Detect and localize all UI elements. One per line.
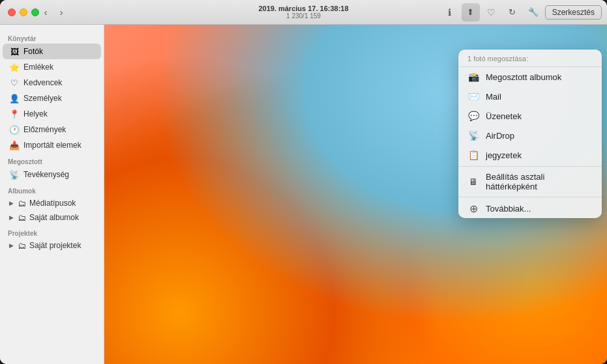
airdrop-icon: 📡 [467, 130, 479, 141]
forward-button[interactable]: › [55, 6, 68, 19]
library-section-label: Könyvtár [0, 30, 104, 44]
popup-label-uzenetek: Üzenetek [486, 111, 522, 121]
elozmenyek-icon: 🕐 [9, 124, 20, 135]
arrow-icon-mediatipusok: ▶ [9, 200, 14, 206]
projects-section-label: Projektek [0, 225, 104, 238]
main-window: ‹ › 2019. március 17. 16:38:18 1 230/1 1… [0, 0, 607, 364]
tevekenyseg-icon: 📡 [9, 169, 20, 180]
mediatipusok-icon: 🗂 [16, 198, 27, 208]
rotate-icon: ↻ [509, 7, 516, 17]
maximize-button[interactable] [31, 8, 39, 16]
sajat-projektek-icon: 🗂 [16, 240, 27, 251]
back-button[interactable]: ‹ [39, 6, 52, 19]
sajat-albumok-icon: 🗂 [16, 212, 27, 223]
popup-item-tovabbiak[interactable]: ⊕ Továbbiak... [458, 199, 602, 218]
sidebar: Könyvtár 🖼 Fotók ⭐ Emlékek ♡ Kedvencek 👤… [0, 25, 104, 364]
sidebar-label-tevekenyseg: Tevékenység [23, 170, 69, 179]
hatterkep-icon: 🖥 [467, 176, 479, 188]
tovabbiak-icon: ⊕ [467, 203, 479, 214]
share-button[interactable]: ⬆ [462, 3, 480, 21]
heart-button[interactable]: ♡ [482, 3, 501, 21]
minimize-button[interactable] [20, 8, 27, 16]
sidebar-label-elozmenyek: Előzmények [23, 125, 66, 134]
emlekek-icon: ⭐ [9, 62, 20, 72]
importalt-icon: 📥 [9, 140, 20, 150]
shared-section-label: Megosztott [0, 153, 104, 167]
sidebar-item-tevekenyseg[interactable]: 📡 Tevékenység [3, 167, 101, 182]
edit-button[interactable]: Szerkesztés [545, 5, 602, 20]
popup-label-jegyzetek: jegyzetek [486, 150, 522, 160]
rotate-button[interactable]: ↻ [503, 3, 522, 21]
wrench-button[interactable]: 🔧 [524, 3, 542, 21]
title-count: 1 230/1 159 [286, 12, 321, 20]
popup-separator [458, 166, 602, 167]
sidebar-label-mediatipusok: Médiatípusok [29, 199, 76, 208]
popup-item-mail[interactable]: ✉️ Mail [458, 87, 602, 106]
popup-item-megosztott-albumok[interactable]: 📸 Megosztott albumok [458, 67, 602, 87]
toolbar-actions: ℹ ⬆ ♡ ↻ 🔧 Szerkesztés [441, 3, 602, 21]
popup-label-airdrop: AirDrop [486, 131, 514, 141]
photo-area[interactable]: 1 fotó megosztása: 📸 Megosztott albumok … [104, 25, 607, 364]
sidebar-item-emlekek[interactable]: ⭐ Emlékek [3, 59, 101, 75]
sidebar-item-importalt[interactable]: 📥 Importált elemek [3, 137, 101, 153]
share-icon: ⬆ [467, 7, 474, 17]
popup-item-uzenetek[interactable]: 💬 Üzenetek [458, 106, 602, 126]
sidebar-label-emlekek: Emlékek [23, 63, 53, 72]
sidebar-item-helyek[interactable]: 📍 Helyek [3, 106, 101, 122]
jegyzetek-icon: 📋 [467, 149, 479, 161]
sidebar-label-importalt: Importált elemek [23, 141, 81, 150]
title-date: 2019. március 17. 16:38:18 [258, 5, 348, 12]
info-button[interactable]: ℹ [441, 3, 459, 21]
szemelyek-icon: 👤 [9, 93, 20, 104]
sidebar-label-sajat-projektek: Saját projektek [29, 241, 81, 250]
heart-icon: ♡ [487, 7, 496, 18]
sidebar-label-kedvencek: Kedvencek [23, 78, 62, 87]
main-content: Könyvtár 🖼 Fotók ⭐ Emlékek ♡ Kedvencek 👤… [0, 25, 607, 364]
sidebar-item-sajat-albumok[interactable]: ▶ 🗂 Saját albumok [3, 210, 101, 225]
close-button[interactable] [8, 8, 16, 16]
sidebar-label-helyek: Helyek [23, 109, 48, 119]
wrench-icon: 🔧 [528, 7, 539, 17]
sidebar-item-elozmenyek[interactable]: 🕐 Előzmények [3, 122, 101, 137]
popup-header: 1 fotó megosztása: [458, 49, 602, 67]
titlebar-info: 2019. március 17. 16:38:18 1 230/1 159 [258, 5, 348, 20]
megosztott-albumok-icon: 📸 [467, 71, 479, 83]
mail-icon: ✉️ [467, 91, 479, 102]
popup-separator-2 [458, 197, 602, 197]
sidebar-item-sajat-projektek[interactable]: ▶ 🗂 Saját projektek [3, 238, 101, 253]
sidebar-label-sajat-albumok: Saját albumok [29, 213, 79, 222]
share-popup: 1 fotó megosztása: 📸 Megosztott albumok … [458, 49, 602, 218]
sidebar-label-szemelyek: Személyek [23, 94, 62, 103]
popup-item-hatterkep[interactable]: 🖥 Beállítás asztali háttérképként [458, 168, 602, 195]
info-icon: ℹ [448, 7, 451, 18]
sidebar-item-mediatipusok[interactable]: ▶ 🗂 Médiatípusok [3, 196, 101, 210]
sidebar-item-fotok[interactable]: 🖼 Fotók [3, 44, 101, 59]
fotok-icon: 🖼 [9, 46, 20, 57]
popup-item-airdrop[interactable]: 📡 AirDrop [458, 126, 602, 145]
popup-label-tovabbiak: Továbbiak... [486, 204, 531, 214]
popup-label-mail: Mail [486, 92, 501, 102]
nav-buttons: ‹ › [39, 6, 68, 19]
sidebar-item-szemelyek[interactable]: 👤 Személyek [3, 91, 101, 106]
arrow-icon-sajat-albumok: ▶ [9, 214, 14, 221]
sidebar-label-fotok: Fotók [23, 47, 43, 56]
popup-item-jegyzetek[interactable]: 📋 jegyzetek [458, 145, 602, 165]
popup-label-hatterkep: Beállítás asztali háttérképként [486, 172, 593, 191]
kedvencek-icon: ♡ [9, 77, 20, 88]
traffic-lights [8, 8, 39, 16]
sidebar-item-kedvencek[interactable]: ♡ Kedvencek [3, 75, 101, 91]
arrow-icon-sajat-projektek: ▶ [9, 242, 14, 249]
helyek-icon: 📍 [9, 109, 20, 119]
popup-label-megosztott-albumok: Megosztott albumok [486, 72, 561, 82]
albums-section-label: Albumok [0, 182, 104, 196]
uzenetek-icon: 💬 [467, 110, 479, 122]
titlebar: ‹ › 2019. március 17. 16:38:18 1 230/1 1… [0, 0, 607, 25]
